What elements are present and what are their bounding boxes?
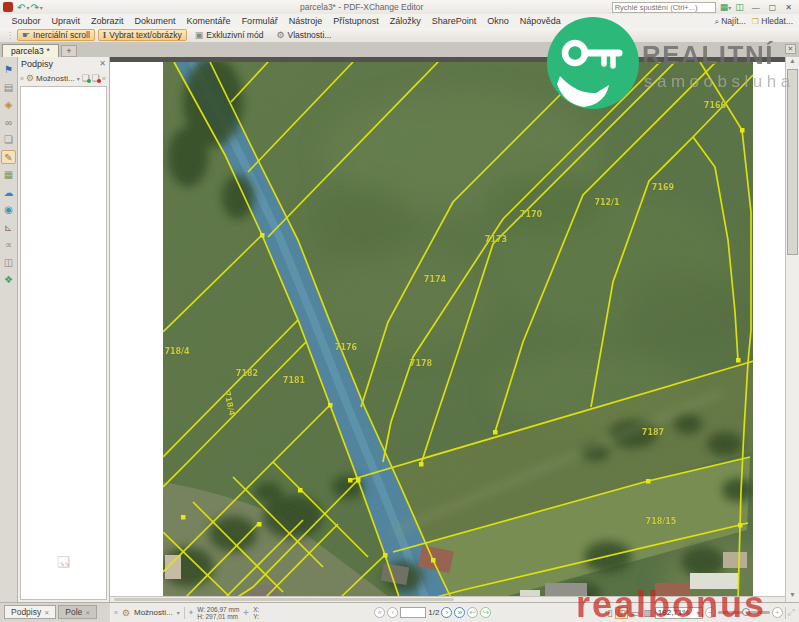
- inertial-scroll-icon: ☛: [22, 30, 30, 40]
- close-tab-icon[interactable]: ✕: [785, 44, 796, 54]
- prev-page-button[interactable]: ‹: [387, 607, 398, 618]
- zoom-in-button[interactable]: +: [772, 607, 783, 618]
- signatures-icon[interactable]: ✎: [1, 150, 16, 164]
- measure-icon[interactable]: ⊾: [1, 220, 16, 234]
- signatures-list-empty: ❏∿∿: [20, 86, 107, 600]
- close-button[interactable]: ✕: [785, 3, 792, 12]
- validate-signatures-button[interactable]: ❏: [82, 73, 90, 83]
- menu-koment-e[interactable]: Komentáře: [181, 16, 236, 26]
- crosshair-icon: ⌖: [189, 608, 194, 618]
- ui-options-icon[interactable]: ▦▾: [720, 2, 732, 13]
- select-text-button[interactable]: IVybrat text/obrázky: [98, 29, 187, 41]
- menu-bar: SouborUpravitZobrazitDokumentKomentářeFo…: [0, 14, 799, 28]
- chevron-down-icon[interactable]: ▾: [177, 609, 180, 616]
- next-page-button[interactable]: ›: [441, 607, 452, 618]
- menu-p-stupnost[interactable]: Přístupnost: [328, 16, 385, 26]
- clear-signatures-button[interactable]: ❏: [92, 73, 100, 83]
- redo-icon[interactable]: ↷: [30, 2, 38, 13]
- maximize-button[interactable]: ▢: [769, 3, 777, 12]
- find-icon: ⌕: [714, 17, 718, 26]
- layers-icon[interactable]: ◉: [1, 202, 16, 216]
- scroll-down-icon[interactable]: ▼: [786, 591, 799, 602]
- page-size-readout: W: 206,97 mm H: 297,01 mm: [197, 606, 239, 620]
- panel-bottom-tabs: Podpisy✕Pole✕: [0, 603, 110, 622]
- destinations-icon[interactable]: ◈: [1, 97, 16, 111]
- first-page-button[interactable]: «: [374, 607, 385, 618]
- realbonus-watermark: realbonus: [576, 584, 766, 622]
- menu-dokument[interactable]: Dokument: [129, 16, 181, 26]
- page-navigation: « ‹ 1/2 › » ↩ ↪: [374, 607, 491, 618]
- vertical-scrollbar[interactable]: ▲ ▼: [785, 57, 799, 602]
- split-icon[interactable]: ◫: [1, 255, 16, 269]
- horizontal-scrollbar-thumb[interactable]: [114, 598, 454, 601]
- panel-overflow-left-icon[interactable]: «: [20, 75, 24, 82]
- document-tab[interactable]: parcela3*: [2, 44, 59, 57]
- find-button[interactable]: ⌕ Najít...: [714, 16, 745, 27]
- panel-tab-close-icon[interactable]: ✕: [85, 609, 90, 616]
- panel-tab-pole[interactable]: Pole✕: [58, 605, 97, 619]
- minimize-button[interactable]: —: [752, 3, 760, 12]
- aerial-parcel-map[interactable]: 71667169712/171707173717471767178718/471…: [163, 62, 753, 600]
- fullscreen-icon[interactable]: ⤢: [788, 607, 795, 618]
- status-overflow-icon[interactable]: «: [114, 609, 118, 616]
- fields-icon[interactable]: ▦: [1, 167, 16, 181]
- undo-icon[interactable]: ↶: [17, 2, 25, 13]
- inertial-scroll-button[interactable]: ☛Inerciální scroll: [17, 29, 95, 41]
- layout-icon[interactable]: ◫: [735, 2, 744, 12]
- quick-launch-input[interactable]: [612, 2, 716, 13]
- attachments-icon[interactable]: ∞: [1, 115, 16, 129]
- photo-grain: [163, 62, 753, 600]
- menu-sharepoint[interactable]: SharePoint: [426, 16, 482, 26]
- menu-formul-[interactable]: Formulář: [236, 16, 283, 26]
- bookmarks-icon[interactable]: ⚑: [1, 62, 16, 76]
- last-page-button[interactable]: »: [454, 607, 465, 618]
- document-view[interactable]: 71667169712/171707173717471767178718/471…: [110, 57, 785, 602]
- search-button[interactable]: ❒ Hledat...: [752, 16, 793, 26]
- exclusive-mode-button[interactable]: ▣Exkluzivní mód: [190, 29, 269, 41]
- panel-title: Podpisy: [21, 59, 53, 69]
- menu-upravit[interactable]: Upravit: [46, 16, 86, 26]
- pdf-xchange-editor-window: { "titlebar": { "title": "parcela3* - PD…: [0, 0, 799, 622]
- undo-dropdown-icon[interactable]: ▾: [26, 4, 29, 11]
- new-tab-button[interactable]: +: [61, 45, 77, 57]
- menu-z-lo-ky[interactable]: Záložky: [384, 16, 426, 26]
- window-title: parcela3* - PDF-XChange Editor: [300, 2, 423, 12]
- panel-tab-label: Pole: [65, 607, 82, 617]
- menu-okno[interactable]: Okno: [482, 16, 515, 26]
- properties-icon: ⚙: [276, 30, 284, 40]
- scroll-up-icon[interactable]: ▲: [786, 57, 799, 68]
- panel-options-button[interactable]: Možnosti...: [36, 74, 75, 83]
- toolbar-button-label: Inerciální scroll: [33, 30, 90, 40]
- menu-soubor[interactable]: Soubor: [6, 16, 46, 26]
- links-icon[interactable]: ∝: [1, 237, 16, 251]
- page-number-input[interactable]: [400, 607, 426, 618]
- chevron-down-icon[interactable]: ▾: [77, 75, 80, 82]
- thumbnails-icon[interactable]: ▤: [1, 80, 16, 94]
- status-options-button[interactable]: Možnosti...: [134, 608, 173, 617]
- next-view-button[interactable]: ↪: [480, 607, 491, 618]
- redo-dropdown-icon[interactable]: ▾: [40, 4, 43, 11]
- signatures-panel: Podpisy ✕ « ⚙ Možnosti... ▾ ❏ ❏ » ❏∿∿: [18, 57, 110, 602]
- panel-close-icon[interactable]: ✕: [99, 59, 106, 68]
- ocr-icon[interactable]: ❖: [1, 272, 16, 286]
- previous-view-button[interactable]: ↩: [467, 607, 478, 618]
- content-icon[interactable]: ❏: [1, 132, 16, 146]
- brand-logo: [546, 16, 640, 114]
- vertical-scrollbar-thumb[interactable]: [787, 69, 798, 255]
- panel-tab-podpisy[interactable]: Podpisy✕: [4, 605, 56, 619]
- toolbar-button-label: Vybrat text/obrázky: [109, 30, 181, 40]
- comments-icon[interactable]: ☁: [1, 185, 16, 199]
- panel-overflow-right-icon[interactable]: »: [102, 75, 106, 82]
- title-bar: ↶▾ ↷▾ parcela3* - PDF-XChange Editor ▦▾ …: [0, 0, 799, 14]
- toolbar-button-label: Vlastnosti...: [287, 30, 331, 40]
- exclusive-mode-icon: ▣: [195, 30, 204, 40]
- empty-state-doc-icon: ❏∿∿: [57, 553, 70, 571]
- menu-n-stroje[interactable]: Nástroje: [283, 16, 328, 26]
- menu-zobrazit[interactable]: Zobrazit: [86, 16, 130, 26]
- gear-icon: ⚙: [26, 73, 34, 83]
- properties-button[interactable]: ⚙Vlastnosti...: [271, 29, 336, 41]
- panel-tab-close-icon[interactable]: ✕: [44, 609, 49, 616]
- cursor-position-readout: X: Y:: [253, 606, 259, 620]
- toolbar-grip[interactable]: ⋮: [6, 31, 14, 40]
- cursor-pos-icon: ✛: [243, 609, 249, 617]
